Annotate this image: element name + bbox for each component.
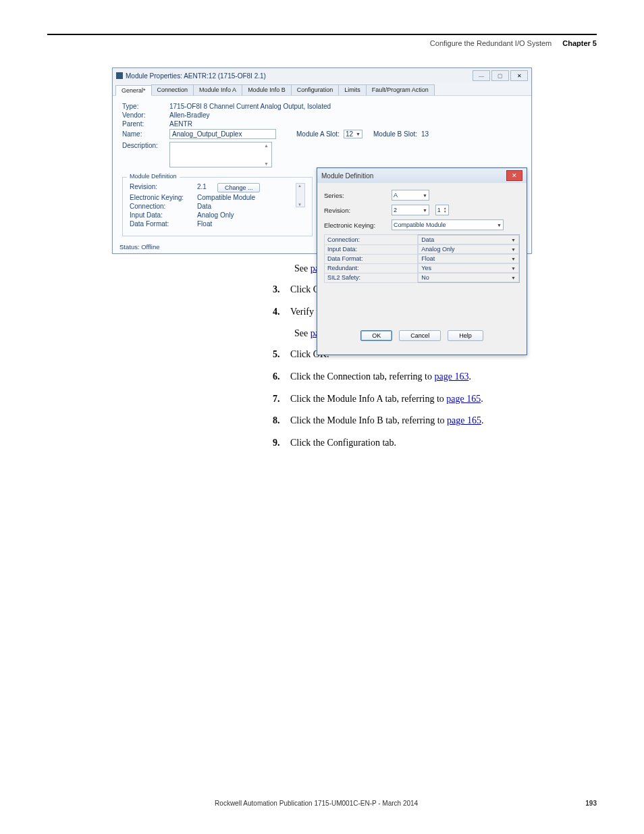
name-input[interactable]: Analog_Output_Duplex: [169, 129, 276, 139]
grid-input-value: Analog Only: [421, 246, 454, 253]
revision-minor-spinner[interactable]: 1 ▲▼: [435, 205, 449, 215]
series-select[interactable]: A ▼: [392, 190, 429, 201]
groupbox-scrollbar[interactable]: [296, 183, 305, 207]
tabstrip: General* Connection Module Info A Module…: [113, 83, 531, 96]
type-label: Type:: [122, 103, 169, 110]
revision-major-select[interactable]: 2 ▼: [392, 205, 429, 215]
help-button[interactable]: Help: [448, 330, 483, 341]
ok-button[interactable]: OK: [360, 330, 392, 341]
md-input-label: Input Data:: [130, 211, 197, 219]
inner-ek-value: Compatible Module: [394, 221, 446, 228]
chevron-down-icon: ▼: [511, 276, 516, 280]
chevron-down-icon: ▼: [511, 257, 516, 261]
description-textarea[interactable]: ▲ ▼: [169, 142, 272, 167]
grid-input-cell[interactable]: Analog Only▼: [418, 244, 519, 254]
close-button[interactable]: ✕: [510, 70, 528, 81]
header-section: Configure the Redundant I/O System: [430, 39, 552, 47]
ek-select[interactable]: Compatible Module ▼: [392, 219, 504, 230]
grid-conn-label: Connection:: [325, 235, 418, 245]
scroll-down-icon[interactable]: ▼: [264, 161, 271, 166]
md-ek-label: Electronic Keying:: [130, 194, 197, 201]
series-value: A: [394, 192, 398, 199]
inner-close-button[interactable]: ✕: [506, 170, 522, 181]
scroll-up-icon[interactable]: ▲: [264, 143, 271, 148]
grid-redundant-cell[interactable]: Yes▼: [418, 263, 519, 273]
step-6-text-a: Click the Connection tab, referring to: [290, 371, 434, 382]
grid-input-label: Input Data:: [325, 244, 418, 254]
md-ek-value: Compatible Module: [197, 194, 255, 201]
step-7-text-a: Click the Module Info A tab, referring t…: [290, 394, 446, 404]
window-buttons: — ▢ ✕: [473, 70, 528, 81]
chevron-down-icon: ▼: [423, 193, 427, 198]
grid-conn-cell[interactable]: Data▼: [418, 235, 519, 244]
tab-module-info-a[interactable]: Module Info A: [193, 84, 242, 95]
module-a-slot-value: 12: [346, 130, 353, 138]
md-conn-label: Connection:: [130, 203, 197, 210]
grid-sil2-label: SIL2 Safety:: [325, 273, 418, 283]
grid-sil2-value: No: [421, 274, 429, 281]
grid-sil2-cell[interactable]: No▼: [418, 273, 519, 282]
step-number: 9.: [273, 437, 284, 450]
step-6-text-b: .: [468, 371, 471, 382]
chevron-down-icon: ▼: [497, 223, 502, 228]
tab-connection[interactable]: Connection: [151, 84, 194, 95]
step-8-text-a: Click the Module Info B tab, referring t…: [290, 415, 447, 425]
grid-format-label: Data Format:: [325, 254, 418, 263]
parent-label: Parent:: [122, 120, 169, 128]
tab-module-info-b[interactable]: Module Info B: [242, 84, 292, 95]
titlebar: Module Properties: AENTR:12 (1715-OF8I 2…: [113, 68, 531, 83]
minimize-button[interactable]: —: [473, 70, 490, 81]
tab-configuration[interactable]: Configuration: [291, 84, 340, 95]
module-definition-group: Module Definition Revision: 2.1 Change .…: [122, 177, 313, 236]
cancel-button[interactable]: Cancel: [399, 330, 441, 341]
change-button[interactable]: Change ...: [217, 183, 261, 192]
vendor-label: Vendor:: [122, 111, 169, 119]
grid-conn-value: Data: [421, 236, 434, 243]
revision-minor-value: 1: [437, 207, 441, 213]
step-8-text-b: .: [481, 415, 484, 425]
page-165-link[interactable]: page 165: [447, 415, 481, 425]
grid-format-cell[interactable]: Float▼: [418, 254, 519, 263]
grid-redundant-label: Redundant:: [325, 263, 418, 273]
parent-value: AENTR: [169, 120, 192, 128]
name-label: Name:: [122, 130, 169, 138]
module-definition-legend: Module Definition: [127, 173, 180, 180]
tab-fault-program[interactable]: Fault/Program Action: [366, 84, 435, 95]
step-number: 5.: [273, 348, 284, 361]
md-format-label: Data Format:: [130, 220, 197, 228]
md-format-value: Float: [197, 220, 212, 228]
chevron-down-icon: ▼: [511, 266, 516, 271]
md-input-value: Analog Only: [197, 211, 234, 219]
inner-revision-label: Revision:: [324, 207, 392, 214]
tab-general[interactable]: General*: [115, 85, 152, 96]
page-footer: Rockwell Automation Publication 1715-UM0…: [47, 800, 597, 807]
chevron-down-icon: ▼: [511, 238, 516, 242]
module-a-slot-select[interactable]: 12 ▼: [344, 130, 363, 138]
chevron-down-icon: ▼: [423, 208, 427, 213]
vendor-value: Allen-Bradley: [169, 111, 209, 119]
step-number: 4.: [273, 306, 284, 319]
module-b-slot-label: Module B Slot:: [373, 130, 417, 138]
md-revision-value: 2.1: [197, 183, 207, 192]
module-b-slot-value: 13: [421, 130, 429, 138]
type-value: 1715-OF8I 8 Channel Current Analog Outpu…: [169, 103, 331, 110]
step-number: 3.: [273, 284, 284, 296]
page-163-link[interactable]: page 163: [434, 371, 468, 382]
app-icon: [116, 72, 123, 79]
step-9-text: Click the Configuration tab.: [290, 437, 396, 450]
module-definition-dialog: Module Definition ✕ Series: A ▼ Revision…: [317, 167, 527, 355]
module-definition-grid: Connection: Data▼ Input Data: Analog Onl…: [324, 234, 520, 283]
grid-format-value: Float: [421, 255, 435, 262]
chevron-down-icon: ▼: [356, 132, 360, 136]
series-label: Series:: [324, 192, 392, 199]
description-label: Description:: [122, 142, 169, 167]
see-text: See: [294, 263, 311, 273]
grid-redundant-value: Yes: [421, 265, 431, 271]
window-title: Module Properties: AENTR:12 (1715-OF8I 2…: [126, 72, 266, 80]
module-a-slot-label: Module A Slot:: [296, 130, 340, 138]
md-revision-label: Revision:: [130, 183, 197, 192]
step-number: 8.: [273, 415, 284, 427]
maximize-button[interactable]: ▢: [491, 70, 509, 81]
tab-limits[interactable]: Limits: [338, 84, 367, 95]
page-165-link[interactable]: page 165: [446, 394, 481, 404]
